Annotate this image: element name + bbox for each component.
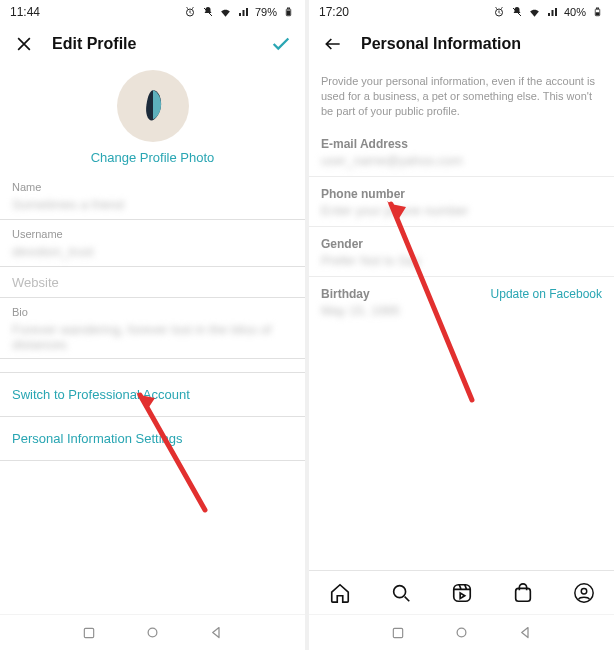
title-bar: Personal Information	[309, 24, 614, 64]
wifi-icon	[528, 5, 542, 19]
update-facebook-link[interactable]: Update on Facebook	[491, 287, 602, 301]
field-value: devotion_trust	[12, 244, 293, 260]
svg-rect-10	[596, 8, 598, 9]
svg-point-15	[574, 583, 592, 601]
birthday-row: Birthday May 15, 1995 Update on Facebook	[309, 277, 614, 326]
status-time: 17:20	[319, 5, 349, 19]
svg-rect-2	[287, 8, 289, 9]
search-icon[interactable]	[390, 582, 412, 604]
status-time: 11:44	[10, 5, 40, 19]
page-title: Edit Profile	[52, 35, 136, 53]
mute-icon	[201, 5, 215, 19]
battery-icon	[590, 5, 604, 19]
svg-rect-11	[596, 13, 599, 15]
phone-label: Phone number	[309, 177, 614, 203]
back-button[interactable]	[517, 624, 535, 642]
svg-point-5	[148, 628, 157, 637]
field-value: Website	[12, 275, 293, 291]
personal-information-link[interactable]: Personal Information Settings	[0, 417, 305, 461]
phone-value[interactable]: Enter your phone number	[309, 203, 614, 226]
home-button[interactable]	[453, 624, 471, 642]
shop-icon[interactable]	[512, 582, 534, 604]
status-bar: 11:44 79%	[0, 0, 305, 24]
page-title: Personal Information	[361, 35, 521, 53]
field-label: Name	[12, 181, 293, 193]
description-text: Provide your personal information, even …	[309, 64, 614, 127]
website-field[interactable]: Website	[0, 267, 305, 298]
svg-rect-17	[393, 628, 402, 637]
content-area: Provide your personal information, even …	[309, 64, 614, 570]
change-photo-link[interactable]: Change Profile Photo	[91, 150, 215, 165]
reels-icon[interactable]	[451, 582, 473, 604]
avatar-section: Change Profile Photo	[0, 64, 305, 173]
overview-button[interactable]	[389, 624, 407, 642]
svg-rect-4	[84, 628, 93, 637]
svg-rect-3	[287, 11, 290, 15]
home-button[interactable]	[144, 624, 162, 642]
back-icon[interactable]	[321, 32, 345, 56]
birthday-label: Birthday	[321, 287, 400, 301]
status-right: 79%	[183, 5, 295, 19]
signal-icon	[237, 5, 251, 19]
svg-point-16	[581, 588, 587, 594]
email-value[interactable]: user_name@yahoo.com	[309, 153, 614, 176]
content-area: Change Profile Photo Name Sometimes a fr…	[0, 64, 305, 614]
email-label: E-mail Address	[309, 127, 614, 153]
status-right: 40%	[492, 5, 604, 19]
mute-icon	[510, 5, 524, 19]
gender-label: Gender	[309, 227, 614, 253]
status-battery: 79%	[255, 6, 277, 18]
alarm-icon	[492, 5, 506, 19]
birthday-value[interactable]: May 15, 1995	[321, 303, 400, 318]
system-nav-bar	[0, 614, 305, 650]
battery-icon	[281, 5, 295, 19]
profile-icon[interactable]	[573, 582, 595, 604]
close-icon[interactable]	[12, 32, 36, 56]
field-label: Username	[12, 228, 293, 240]
svg-point-18	[457, 628, 466, 637]
confirm-icon[interactable]	[269, 32, 293, 56]
username-field[interactable]: Username devotion_trust	[0, 220, 305, 267]
home-icon[interactable]	[329, 582, 351, 604]
bio-field[interactable]: Bio Forever wandering, forever lost in t…	[0, 298, 305, 359]
right-screen: 17:20 40% Personal Information Provide y…	[309, 0, 614, 650]
system-nav-bar	[309, 614, 614, 650]
svg-point-12	[393, 585, 405, 597]
bottom-nav	[309, 570, 614, 614]
overview-button[interactable]	[80, 624, 98, 642]
field-value: Sometimes a friend	[12, 197, 293, 213]
name-field[interactable]: Name Sometimes a friend	[0, 173, 305, 220]
wifi-icon	[219, 5, 233, 19]
left-screen: 11:44 79% Edit Profile Chan	[0, 0, 305, 650]
status-bar: 17:20 40%	[309, 0, 614, 24]
status-battery: 40%	[564, 6, 586, 18]
svg-rect-14	[515, 588, 530, 601]
field-value: Forever wandering, forever lost in the b…	[12, 322, 293, 352]
title-bar: Edit Profile	[0, 24, 305, 64]
signal-icon	[546, 5, 560, 19]
back-button[interactable]	[208, 624, 226, 642]
avatar[interactable]	[117, 70, 189, 142]
field-label: Bio	[12, 306, 293, 318]
svg-rect-13	[453, 584, 470, 601]
switch-professional-link[interactable]: Switch to Professional Account	[0, 373, 305, 417]
alarm-icon	[183, 5, 197, 19]
gender-value[interactable]: Prefer Not to Say	[309, 253, 614, 276]
